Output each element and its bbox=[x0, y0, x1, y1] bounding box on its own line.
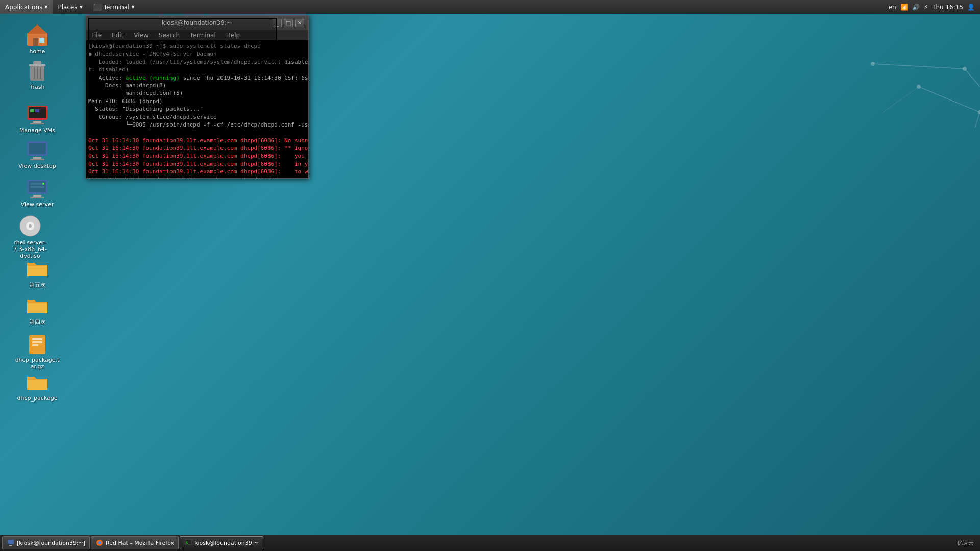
view-server-icon bbox=[25, 176, 50, 200]
svg-rect-23 bbox=[30, 109, 34, 112]
term-line: ● dhcpd.service - DHCPv4 Server Daemon bbox=[88, 50, 306, 58]
firefox-taskbar-icon bbox=[95, 539, 104, 547]
disc-icon bbox=[18, 214, 42, 238]
menu-edit[interactable]: Edit bbox=[107, 30, 129, 40]
terminal-titlebar[interactable]: kiosk@foundation39:~ _ □ ✕ bbox=[86, 16, 308, 30]
desktop-icon-folder4[interactable]: 第四次 bbox=[14, 291, 60, 328]
svg-rect-22 bbox=[30, 123, 44, 124]
user-icon: 👤 bbox=[967, 4, 975, 11]
svg-rect-41 bbox=[32, 341, 42, 343]
term-line: CGroup: /system.slice/dhcpd.service bbox=[88, 113, 306, 121]
svg-rect-42 bbox=[32, 344, 38, 346]
terminal-controls: _ □ ✕ bbox=[273, 19, 304, 27]
terminal-menu: File Edit View Search Terminal Help bbox=[86, 30, 308, 40]
taskbar-firefox-label: Red Hat – Mozilla Firefox bbox=[106, 540, 174, 546]
trash-label: Trash bbox=[30, 84, 44, 90]
svg-point-7 bbox=[917, 85, 921, 89]
maximize-button[interactable]: □ bbox=[284, 19, 293, 27]
taskbar-top-left: Applications ▼ Places ▼ ⬛ Terminal ▼ bbox=[0, 0, 140, 14]
view-desktop-label: View desktop bbox=[18, 163, 56, 169]
datetime: Thu 16:15 bbox=[932, 4, 963, 11]
menu-terminal[interactable]: Terminal bbox=[185, 30, 221, 40]
svg-text:$_: $_ bbox=[186, 541, 190, 545]
folder4-label: 第四次 bbox=[29, 318, 46, 326]
desktop-icon-dhcp-package[interactable]: dhcp_package bbox=[14, 367, 60, 404]
trash-icon bbox=[25, 58, 50, 83]
svg-rect-21 bbox=[33, 121, 41, 123]
sound-icon: 🔊 bbox=[912, 4, 920, 11]
svg-rect-34 bbox=[30, 186, 44, 188]
taskbar-top-right: en 📶 🔊 ⚡ Thu 16:15 👤 bbox=[889, 4, 980, 11]
svg-rect-24 bbox=[35, 109, 39, 112]
svg-line-0 bbox=[873, 64, 965, 69]
vm-icon bbox=[25, 102, 50, 126]
brand-text: 亿速云 bbox=[957, 539, 974, 547]
terminal-title: kiosk@foundation39:~ bbox=[121, 19, 273, 27]
taskbar-top: Applications ▼ Places ▼ ⬛ Terminal ▼ en … bbox=[0, 0, 980, 14]
locale-indicator: en bbox=[889, 4, 896, 11]
desktop-icon-view-desktop[interactable]: View desktop bbox=[14, 135, 60, 171]
minimize-button[interactable]: _ bbox=[273, 19, 282, 27]
term-line bbox=[88, 129, 306, 136]
desktop-icon-view-server[interactable]: View server bbox=[14, 173, 60, 210]
view-server-label: View server bbox=[21, 201, 54, 208]
taskbar-desktop-label: [kiosk@foundation39:~] bbox=[17, 540, 85, 546]
svg-rect-28 bbox=[30, 159, 44, 160]
svg-rect-15 bbox=[33, 61, 41, 64]
applications-arrow: ▼ bbox=[44, 5, 47, 9]
terminal-arrow: ▼ bbox=[132, 5, 135, 9]
power-icon: ⚡ bbox=[924, 4, 928, 11]
taskbar-bottom: [kiosk@foundation39:~] Red Hat – Mozilla… bbox=[0, 535, 980, 551]
dhcp-package-label: dhcp_package bbox=[17, 395, 58, 402]
desktop-icon-dhcp-tar[interactable]: dhcp_package.tar.gz bbox=[14, 329, 60, 372]
menu-file[interactable]: File bbox=[86, 30, 107, 40]
taskbar-terminal-btn[interactable]: $_ kiosk@foundation39:~ bbox=[180, 536, 263, 549]
terminal-window: kiosk@foundation39:~ _ □ ✕ File Edit Vie… bbox=[86, 15, 309, 179]
terminal-label: Terminal bbox=[104, 4, 130, 11]
svg-rect-26 bbox=[29, 143, 46, 154]
term-line: man:dhcpd.conf(5) bbox=[88, 89, 306, 97]
term-line: Status: "Dispatching packets..." bbox=[88, 105, 306, 113]
term-line: Active: active (running) since Thu 2019-… bbox=[88, 74, 306, 82]
terminal-menu[interactable]: ⬛ Terminal ▼ bbox=[88, 0, 140, 14]
close-button[interactable]: ✕ bbox=[295, 19, 304, 27]
taskbar-desktop-btn[interactable]: [kiosk@foundation39:~] bbox=[2, 536, 90, 549]
places-menu[interactable]: Places ▼ bbox=[53, 0, 87, 14]
desktop-icon-folder5[interactable]: 第五次 bbox=[14, 254, 60, 291]
folder5-icon bbox=[25, 256, 50, 280]
archive-icon bbox=[25, 331, 50, 356]
menu-view[interactable]: View bbox=[129, 30, 153, 40]
menu-search[interactable]: Search bbox=[154, 30, 185, 40]
svg-rect-44 bbox=[9, 545, 12, 546]
svg-point-46 bbox=[98, 541, 101, 544]
applications-menu[interactable]: Applications ▼ bbox=[0, 0, 53, 14]
term-line: Oct 31 16:14:30 foundation39.1lt.example… bbox=[88, 160, 306, 168]
manage-vms-label: Manage VMs bbox=[19, 127, 55, 134]
desktop-icon-manage-vms[interactable]: Manage VMs bbox=[14, 99, 60, 136]
svg-point-3 bbox=[963, 67, 967, 71]
svg-rect-40 bbox=[32, 338, 42, 340]
svg-rect-32 bbox=[30, 197, 44, 198]
taskbar-firefox-btn[interactable]: Red Hat – Mozilla Firefox bbox=[91, 536, 179, 549]
svg-rect-14 bbox=[29, 64, 45, 66]
term-line: Oct 31 16:14:30 foundation39.1lt.example… bbox=[88, 137, 306, 144]
desktop-icon-trash[interactable]: Trash bbox=[14, 56, 60, 92]
view-desktop-icon bbox=[25, 137, 50, 162]
home-label: home bbox=[29, 48, 45, 55]
places-label: Places bbox=[58, 4, 77, 11]
svg-point-35 bbox=[42, 183, 44, 185]
terminal-taskbar-icon: $_ bbox=[184, 539, 192, 547]
terminal-body[interactable]: [kiosk@foundation39 ~]$ sudo systemctl s… bbox=[86, 40, 308, 178]
svg-line-4 bbox=[919, 87, 980, 112]
term-line: [kiosk@foundation39 ~]$ sudo systemctl s… bbox=[88, 42, 306, 50]
desktop-icon-home[interactable]: home bbox=[14, 20, 60, 57]
svg-rect-33 bbox=[30, 183, 44, 185]
term-line: Loaded: loaded (/usr/lib/systemd/system/… bbox=[88, 58, 306, 66]
terminal-icon: ⬛ bbox=[93, 3, 102, 11]
term-line: └─6086 /usr/sbin/dhcpd -f -cf /etc/dhcp/… bbox=[88, 121, 306, 129]
term-line: Oct 31 16:14:30 foundation39.1lt.example… bbox=[88, 144, 306, 152]
svg-line-1 bbox=[965, 69, 980, 87]
menu-help[interactable]: Help bbox=[221, 30, 245, 40]
term-line: t: disabled) bbox=[88, 66, 306, 73]
svg-point-6 bbox=[978, 110, 980, 114]
